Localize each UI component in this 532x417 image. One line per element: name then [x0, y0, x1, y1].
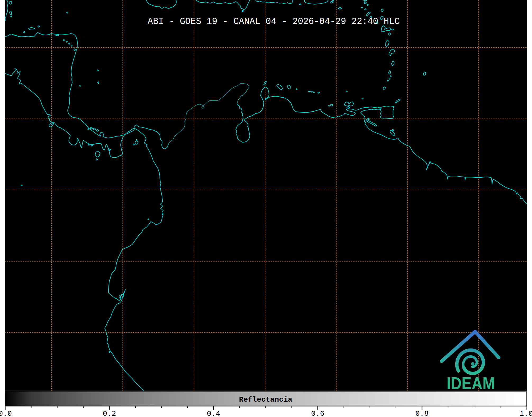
svg-text:0.6: 0.6 — [311, 410, 324, 417]
svg-text:0.0: 0.0 — [0, 410, 12, 417]
svg-text:1.0: 1.0 — [520, 410, 532, 417]
svg-text:0.4: 0.4 — [207, 410, 220, 417]
svg-text:Reflectancia: Reflectancia — [239, 396, 292, 404]
svg-text:0.2: 0.2 — [103, 410, 116, 417]
svg-text:0.8: 0.8 — [415, 410, 429, 417]
svg-text:IDEAM: IDEAM — [447, 374, 495, 393]
svg-text:ABI - GOES 19 - CANAL 04 - 202: ABI - GOES 19 - CANAL 04 - 2026-04-29 22… — [148, 16, 400, 27]
